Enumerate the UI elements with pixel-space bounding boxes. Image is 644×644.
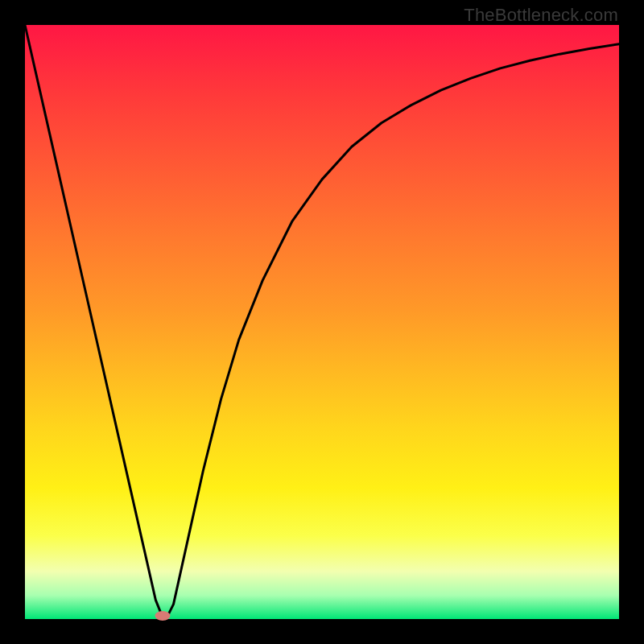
min-marker <box>155 611 171 621</box>
attribution-text: TheBottleneck.com <box>464 5 618 26</box>
plot-area <box>25 25 619 619</box>
curve-layer <box>25 25 619 619</box>
chart-frame: TheBottleneck.com <box>0 0 644 644</box>
bottleneck-curve <box>25 25 619 616</box>
